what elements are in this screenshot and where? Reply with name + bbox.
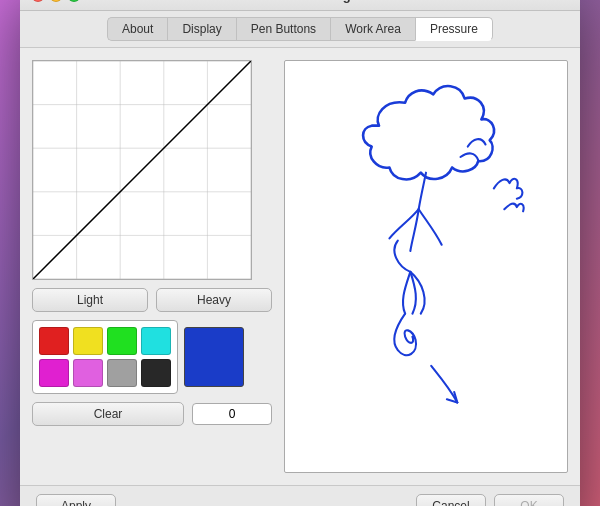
color-swatch-cyan[interactable]	[141, 327, 171, 355]
tab-work-area[interactable]: Work Area	[330, 17, 415, 41]
color-palette-wrapper	[32, 320, 272, 394]
color-swatch-gray[interactable]	[107, 359, 137, 387]
color-swatch-pink[interactable]	[73, 359, 103, 387]
apply-button[interactable]: Apply	[36, 494, 116, 506]
bottom-controls: Clear	[32, 402, 272, 426]
color-swatch-magenta[interactable]	[39, 359, 69, 387]
color-swatch-red[interactable]	[39, 327, 69, 355]
tab-pressure[interactable]: Pressure	[415, 17, 493, 41]
heavy-button[interactable]: Heavy	[156, 288, 272, 312]
svg-line-12	[33, 61, 251, 279]
color-swatch-green[interactable]	[107, 327, 137, 355]
selected-color-swatch[interactable]	[184, 327, 244, 387]
footer-left: Apply	[36, 494, 116, 506]
right-panel	[284, 60, 568, 473]
content-area: Light Heavy	[20, 48, 580, 485]
tab-about[interactable]: About	[107, 17, 167, 41]
swatches-grid	[39, 327, 171, 387]
minimize-button[interactable]	[50, 0, 62, 2]
traffic-lights	[32, 0, 80, 2]
pressure-curve-svg	[33, 61, 251, 279]
window-title: PenTablet Settings	[242, 0, 358, 3]
tab-bar: About Display Pen Buttons Work Area Pres…	[20, 11, 580, 48]
color-swatch-yellow[interactable]	[73, 327, 103, 355]
tab-pen-buttons[interactable]: Pen Buttons	[236, 17, 330, 41]
light-button[interactable]: Light	[32, 288, 148, 312]
cancel-button[interactable]: Cancel	[416, 494, 486, 506]
footer: Apply Cancel OK	[20, 485, 580, 506]
maximize-button[interactable]	[68, 0, 80, 2]
footer-right: Cancel OK	[416, 494, 564, 506]
ok-button[interactable]: OK	[494, 494, 564, 506]
clear-button[interactable]: Clear	[32, 402, 184, 426]
pressure-buttons: Light Heavy	[32, 288, 272, 312]
drawing-canvas[interactable]	[284, 60, 568, 473]
title-bar: PenTablet Settings	[20, 0, 580, 11]
tab-display[interactable]: Display	[167, 17, 235, 41]
close-button[interactable]	[32, 0, 44, 2]
main-window: PenTablet Settings About Display Pen But…	[20, 0, 580, 506]
left-panel: Light Heavy	[32, 60, 272, 473]
color-swatch-black[interactable]	[141, 359, 171, 387]
drawing-svg	[285, 61, 567, 472]
pressure-value-input[interactable]	[192, 403, 272, 425]
pressure-curve-canvas[interactable]	[32, 60, 252, 280]
